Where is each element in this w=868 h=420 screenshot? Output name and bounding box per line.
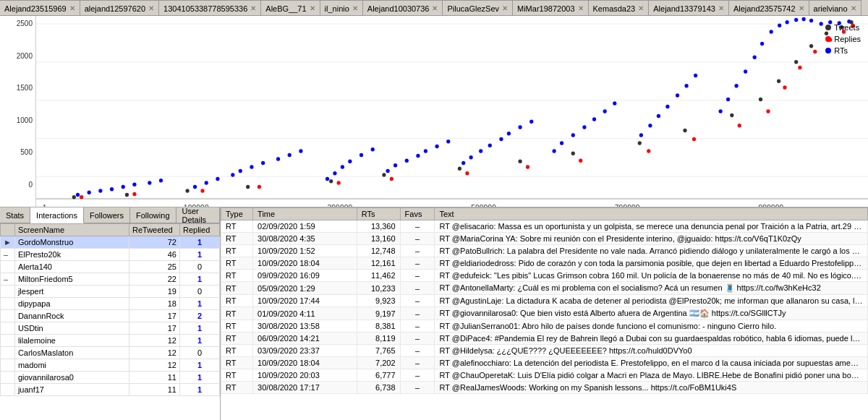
tweet-row[interactable]: RT 06/09/2020 14:21 8,119 – RT @DiPace4:… [221,333,868,345]
tab-close[interactable]: ✕ [578,4,584,12]
tweet-rts: 11,462 [357,270,400,282]
tab-t3[interactable]: 130410533877859533​6✕ [159,0,261,16]
tweet-type: RT [221,382,253,394]
tab-t5[interactable]: il_ninio✕ [320,0,363,16]
tweet-row[interactable]: RT 05/09/2020 1:29 10,233 – RT @Antonell… [221,282,868,295]
tweet-row[interactable]: RT 10/09/2020 18:04 12,161 – RT @eldiari… [221,257,868,270]
table-row[interactable]: juanf17 11 1 [1,384,220,396]
tab-t7[interactable]: PilucaGlezSev✕ [443,0,513,16]
table-row[interactable]: ► GordoMonstruo 72 1 [1,236,220,249]
tab-t2[interactable]: alejand12597620✕ [80,0,159,16]
tab-close[interactable]: ✕ [638,4,644,12]
sub-tab-userdetails[interactable]: User Details [176,207,221,223]
tab-close[interactable]: ✕ [310,4,315,12]
table-row[interactable]: CarlosMaslaton 12 0 [1,347,220,359]
screenname-cell: dipypapa [14,298,129,310]
tweet-rts: 9,923 [357,295,400,307]
svg-point-98 [246,185,250,189]
table-row[interactable]: DanannRock 17 2 [1,310,220,322]
svg-point-99 [329,179,333,184]
table-row[interactable]: lilalemoine 12 1 [1,335,220,347]
sub-tab-interactions[interactable]: Interactions [30,207,84,223]
tweet-row[interactable]: RT 01/09/2020 4:11 9,197 – RT @giovannil… [221,307,868,320]
tab-close[interactable]: ✕ [250,4,256,12]
col-time-header[interactable]: Time [253,208,357,220]
sub-tab-followers[interactable]: Followers [84,207,130,223]
table-row[interactable]: jlespert 19 0 [1,286,220,298]
tab-close[interactable]: ✕ [148,4,154,12]
col-type-header[interactable]: Type [221,208,253,220]
tab-t4[interactable]: AleBG__71✕ [261,0,320,16]
tab-t9[interactable]: Kemasda23✕ [589,0,650,16]
tab-bar: Alejand23515969✕alejand12597620✕13041053… [0,0,868,16]
svg-point-58 [684,84,688,88]
tweet-favs: – [400,270,435,282]
arrow-cell: – [1,273,15,286]
table-row[interactable]: madomi 12 1 [1,359,220,372]
tweet-row[interactable]: RT 30/08/2020 17:17 6,738 – RT @RealJame… [221,382,868,394]
svg-text:-1: -1 [40,203,46,207]
tab-t10[interactable]: Alejand13379143✕ [649,0,729,16]
tweet-row[interactable]: RT 02/09/2020 1:59 13,360 – RT @elisacar… [221,220,868,233]
col-favs-header[interactable]: Favs [400,208,435,220]
tab-close[interactable]: ✕ [69,4,75,12]
tab-t12[interactable]: arielviano✕ [809,0,861,16]
sub-tab-following[interactable]: Following [130,207,176,223]
tweet-text: RT @ChauOperetaK: Luis D'Elía pidió colg… [435,369,868,382]
table-row[interactable]: dipypapa 18 1 [1,298,220,310]
svg-point-31 [386,169,390,173]
svg-point-43 [507,132,511,136]
rt-count-cell: 11 [129,372,180,384]
tweet-row[interactable]: RT 30/08/2020 4:35 13,160 – RT @MariaCor… [221,233,868,245]
svg-point-10 [110,187,114,192]
svg-point-15 [193,185,197,189]
screenname-cell: MiltonFriedom5 [14,273,129,286]
rt-count-cell: 11 [129,384,180,396]
table-row[interactable]: – ElPresto20k 46 1 [1,249,220,261]
tab-t1[interactable]: Alejand23515969✕ [0,0,80,16]
rt-count-cell: 72 [129,236,180,249]
arrow-cell [1,322,15,335]
col-retweeted-header[interactable]: ReTweeted [129,224,180,236]
tweet-favs: – [400,257,435,270]
tab-close[interactable]: ✕ [718,4,724,12]
tweet-favs: – [400,382,435,394]
replied-cell: 1 [180,359,220,372]
tweet-text: RT @giovannilarosa0: Que bien visto está… [435,307,868,320]
table-row[interactable]: Alerta140 25 0 [1,261,220,273]
tab-close[interactable]: ✕ [799,4,804,12]
svg-point-40 [479,149,482,153]
tweet-time: 01/09/2020 4:11 [253,307,357,320]
tab-close[interactable]: ✕ [352,4,358,12]
sub-tab-stats[interactable]: Stats [0,207,30,223]
legend-rts: RTs [825,46,861,55]
col-rts-header[interactable]: RTs [357,208,400,220]
table-row[interactable]: giovannilarosa0 11 1 [1,372,220,384]
svg-point-13 [148,181,151,185]
svg-point-54 [648,124,652,128]
tab-close[interactable]: ✕ [502,4,508,12]
tweet-time: 30/08/2020 17:17 [253,382,357,394]
arrow-cell [1,298,15,310]
col-text-header[interactable]: Text [435,208,868,220]
col-screenname-header[interactable]: ScreenName [14,224,129,236]
tweet-type: RT [221,357,253,369]
svg-point-59 [694,74,697,78]
tweet-row[interactable]: RT 10/09/2020 20:03 6,777 – RT @ChauOper… [221,369,868,382]
tweet-row[interactable]: RT 30/08/2020 13:58 8,381 – RT @JulianSe… [221,320,868,333]
y-label: 1500 [1,84,33,92]
table-row[interactable]: – MiltonFriedom5 22 1 [1,273,220,286]
tab-close[interactable]: ✕ [432,4,438,12]
tweet-row[interactable]: RT 10/09/2020 18:04 7,202 – RT @alefinoc… [221,357,868,369]
tweet-favs: – [400,220,435,233]
tweet-row[interactable]: RT 10/09/2020 17:44 9,923 – RT @AgustinL… [221,295,868,307]
tweet-row[interactable]: RT 10/09/2020 1:52 12,748 – RT @PatoBull… [221,245,868,257]
tweet-row[interactable]: RT 09/09/2020 16:09 11,462 – RT @edufeic… [221,270,868,282]
tab-t6[interactable]: Alejand10030736✕ [363,0,443,16]
col-replied-header[interactable]: Replied [180,224,220,236]
tweet-row[interactable]: RT 03/09/2020 23:37 7,765 – RT @Hildelys… [221,345,868,357]
table-row[interactable]: USDtin 17 1 [1,322,220,335]
tab-t11[interactable]: Alejand23575742✕ [729,0,809,16]
tab-close[interactable]: ✕ [851,4,856,12]
tab-t8[interactable]: MiMar19872003✕ [513,0,589,16]
